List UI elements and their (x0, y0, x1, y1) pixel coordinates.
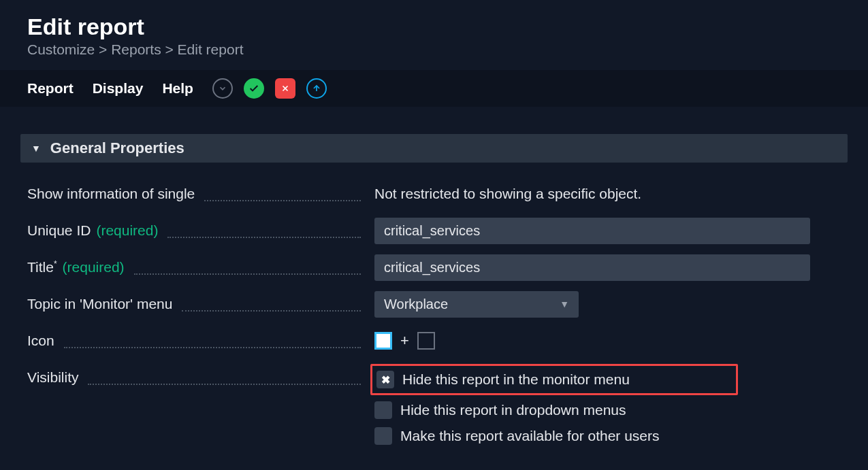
topic-select[interactable]: Workplace ▼ (374, 291, 579, 318)
checkbox-hide-monitor[interactable] (376, 371, 394, 388)
required-badge: (required) (63, 259, 125, 275)
checkbox-hide-dropdown-label: Hide this report in dropdown menus (400, 402, 626, 418)
visibility-label: Visibility (27, 369, 78, 386)
toolbar: Report Display Help (0, 70, 868, 107)
unique-id-label: Unique ID (27, 222, 91, 239)
cancel-icon[interactable] (275, 78, 295, 99)
upload-icon[interactable] (306, 78, 327, 99)
dots-divider (182, 310, 361, 312)
icon-picker-current[interactable] (374, 332, 392, 350)
title-input[interactable] (374, 254, 810, 281)
save-icon[interactable] (244, 78, 264, 99)
checkbox-available-others-label: Make this report available for other use… (400, 428, 660, 444)
chevron-down-icon[interactable] (212, 78, 233, 99)
icon-picker-add[interactable] (417, 332, 435, 350)
icon-label: Icon (27, 333, 54, 349)
checkbox-hide-monitor-label: Hide this report in the monitor menu (402, 371, 630, 388)
title-label: Title* (27, 259, 57, 275)
dots-divider (64, 347, 361, 348)
checkbox-hide-dropdown[interactable] (374, 401, 392, 419)
panel-header-general[interactable]: ▼ General Properties (20, 134, 848, 163)
topic-label: Topic in 'Monitor' menu (27, 296, 172, 312)
panel-title: General Properties (50, 139, 184, 157)
topic-select-value: Workplace (384, 297, 448, 312)
menu-help[interactable]: Help (162, 80, 193, 97)
dots-divider (134, 273, 361, 275)
breadcrumb[interactable]: Customize > Reports > Edit report (0, 41, 868, 70)
menu-display[interactable]: Display (93, 80, 144, 97)
required-badge: (required) (96, 222, 158, 239)
page-title: Edit report (0, 14, 868, 41)
dots-divider (204, 200, 361, 201)
dots-divider (88, 384, 361, 385)
menu-report[interactable]: Report (27, 80, 74, 97)
dots-divider (167, 237, 361, 238)
show-info-value: Not restricted to showing a specific obj… (374, 186, 641, 202)
plus-icon: + (400, 332, 409, 350)
chevron-down-icon: ▼ (560, 299, 569, 309)
show-info-label: Show information of single (27, 186, 195, 202)
unique-id-input[interactable] (374, 218, 810, 244)
checkbox-available-others[interactable] (374, 427, 392, 445)
highlight-annotation: Hide this report in the monitor menu (370, 364, 738, 395)
collapse-icon: ▼ (31, 143, 41, 154)
